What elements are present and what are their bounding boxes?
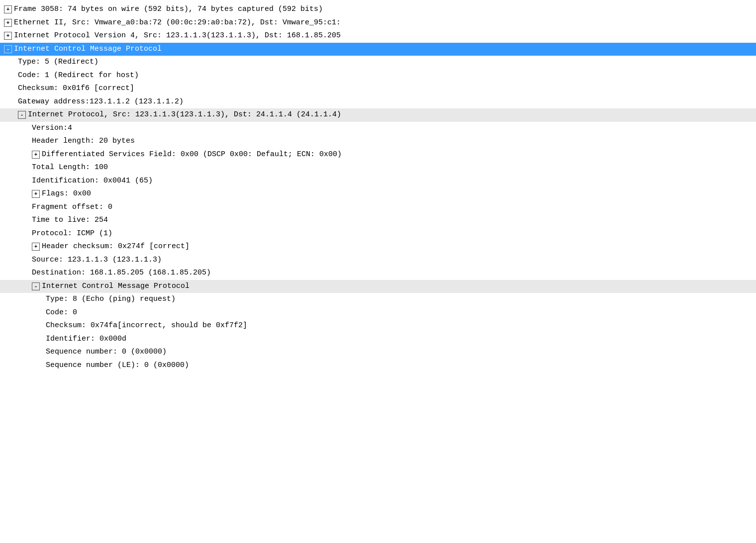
packet-row-ip-version[interactable]: Version:4: [0, 122, 756, 135]
packet-row-icmp-inner-type[interactable]: Type: 8 (Echo (ping) request): [0, 293, 756, 306]
row-text-ip: Internet Protocol Version 4, Src: 123.1.…: [14, 30, 752, 42]
packet-row-ethernet[interactable]: +Ethernet II, Src: Vmware_a0:ba:72 (00:0…: [0, 16, 756, 30]
row-text-icmp-checksum: Checksum: 0x01f6 [correct]: [18, 83, 752, 94]
packet-row-ip-ttl[interactable]: Time to live: 254: [0, 214, 756, 227]
packet-row-ip-frag-offset[interactable]: Fragment offset: 0: [0, 201, 756, 214]
packet-row-icmp-outer[interactable]: -Internet Control Message Protocol: [0, 43, 756, 56]
row-text-ip-ttl: Time to live: 254: [32, 215, 752, 226]
row-text-ip-protocol: Protocol: ICMP (1): [32, 228, 752, 240]
packet-row-icmp-inner-seq-le[interactable]: Sequence number (LE): 0 (0x0000): [0, 359, 756, 372]
row-text-ip-identification: Identification: 0x0041 (65): [32, 176, 752, 187]
packet-row-frame[interactable]: +Frame 3058: 74 bytes on wire (592 bits)…: [0, 3, 756, 16]
packet-row-ip-protocol[interactable]: Protocol: ICMP (1): [0, 227, 756, 241]
packet-row-ip-header-len[interactable]: Header length: 20 bytes: [0, 135, 756, 148]
expand-icon-ip-dsf[interactable]: +: [32, 151, 40, 159]
row-text-icmp-inner: Internet Control Message Protocol: [42, 281, 752, 292]
packet-row-icmp-gateway[interactable]: Gateway address:123.1.1.2 (123.1.1.2): [0, 95, 756, 109]
packet-row-icmp-inner-code[interactable]: Code: 0: [0, 306, 756, 320]
expand-icon-frame[interactable]: +: [4, 5, 12, 13]
row-text-icmp-outer: Internet Control Message Protocol: [14, 44, 752, 55]
row-text-ip-dst: Destination: 168.1.85.205 (168.1.85.205): [32, 268, 752, 279]
expand-icon-ethernet[interactable]: +: [4, 19, 12, 27]
packet-row-ip[interactable]: +Internet Protocol Version 4, Src: 123.1…: [0, 29, 756, 43]
row-text-icmp-inner-identifier: Identifier: 0x000d: [46, 334, 752, 345]
row-text-icmp-inner-checksum: Checksum: 0x74fa[incorrect, should be 0x…: [46, 320, 752, 332]
row-text-ip-total-len: Total Length: 100: [32, 162, 752, 174]
packet-row-ip-identification[interactable]: Identification: 0x0041 (65): [0, 175, 756, 188]
row-text-ip-dsf: Differentiated Services Field: 0x00 (DSC…: [42, 149, 752, 161]
packet-row-ip-src[interactable]: Source: 123.1.1.3 (123.1.1.3): [0, 254, 756, 267]
expand-icon-ip-inner[interactable]: -: [18, 111, 26, 119]
packet-row-ip-total-len[interactable]: Total Length: 100: [0, 161, 756, 175]
packet-row-icmp-code[interactable]: Code: 1 (Redirect for host): [0, 69, 756, 83]
row-text-ip-version: Version:4: [32, 123, 752, 134]
packet-row-ip-dst[interactable]: Destination: 168.1.85.205 (168.1.85.205): [0, 267, 756, 280]
packet-row-ip-header-checksum[interactable]: +Header checksum: 0x274f [correct]: [0, 240, 756, 254]
packet-row-ip-flags[interactable]: +Flags: 0x00: [0, 187, 756, 201]
packet-row-icmp-type[interactable]: Type: 5 (Redirect): [0, 56, 756, 69]
row-text-icmp-inner-code: Code: 0: [46, 307, 752, 319]
row-text-ip-inner: Internet Protocol, Src: 123.1.1.3(123.1.…: [28, 109, 752, 121]
packet-row-icmp-inner-seq[interactable]: Sequence number: 0 (0x0000): [0, 346, 756, 359]
row-text-icmp-code: Code: 1 (Redirect for host): [18, 70, 752, 82]
row-text-icmp-inner-type: Type: 8 (Echo (ping) request): [46, 294, 752, 305]
row-text-ip-src: Source: 123.1.1.3 (123.1.1.3): [32, 255, 752, 266]
packet-row-ip-inner[interactable]: -Internet Protocol, Src: 123.1.1.3(123.1…: [0, 108, 756, 122]
packet-row-icmp-inner[interactable]: -Internet Control Message Protocol: [0, 280, 756, 293]
row-text-icmp-inner-seq-le: Sequence number (LE): 0 (0x0000): [46, 360, 752, 371]
packet-row-ip-dsf[interactable]: +Differentiated Services Field: 0x00 (DS…: [0, 148, 756, 162]
row-text-ip-flags: Flags: 0x00: [42, 188, 752, 200]
row-text-ethernet: Ethernet II, Src: Vmware_a0:ba:72 (00:0c…: [14, 17, 752, 29]
packet-row-icmp-checksum[interactable]: Checksum: 0x01f6 [correct]: [0, 82, 756, 95]
row-text-frame: Frame 3058: 74 bytes on wire (592 bits),…: [14, 4, 752, 15]
expand-icon-ip-header-checksum[interactable]: +: [32, 243, 40, 251]
packet-detail-panel: +Frame 3058: 74 bytes on wire (592 bits)…: [0, 0, 756, 375]
row-text-icmp-type: Type: 5 (Redirect): [18, 57, 752, 68]
expand-icon-ip[interactable]: +: [4, 32, 12, 40]
row-text-icmp-gateway: Gateway address:123.1.1.2 (123.1.1.2): [18, 96, 752, 108]
expand-icon-icmp-inner[interactable]: -: [32, 282, 40, 290]
row-text-ip-header-checksum: Header checksum: 0x274f [correct]: [42, 241, 752, 253]
expand-icon-ip-flags[interactable]: +: [32, 190, 40, 198]
packet-row-icmp-inner-identifier[interactable]: Identifier: 0x000d: [0, 333, 756, 346]
packet-row-icmp-inner-checksum[interactable]: Checksum: 0x74fa[incorrect, should be 0x…: [0, 319, 756, 333]
expand-icon-icmp-outer[interactable]: -: [4, 45, 12, 53]
row-text-ip-frag-offset: Fragment offset: 0: [32, 202, 752, 213]
row-text-ip-header-len: Header length: 20 bytes: [32, 136, 752, 147]
row-text-icmp-inner-seq: Sequence number: 0 (0x0000): [46, 347, 752, 358]
